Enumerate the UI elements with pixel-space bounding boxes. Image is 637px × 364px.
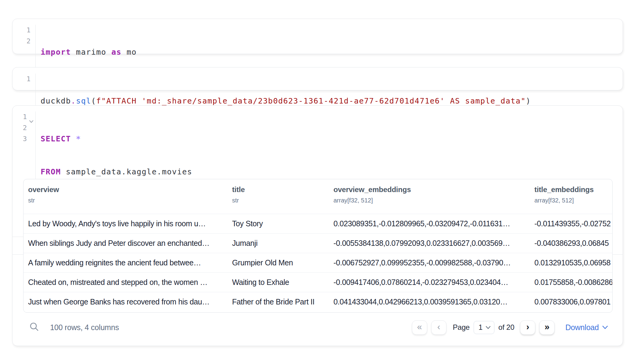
cell-overview-embeddings: -0.0055384138,0.07992093,0.023316627,0.0… <box>329 239 530 248</box>
code-text: marimo <box>71 48 111 56</box>
cell-title-embeddings: 0.007833006,0.097801 <box>530 297 612 306</box>
code-text: sample_data.kaggle.movies <box>61 167 192 176</box>
column-type: array[f32, 512] <box>333 197 530 204</box>
next-page-button[interactable]: › <box>520 320 535 335</box>
column-name: overview <box>28 185 228 194</box>
page-total-label: of 20 <box>498 323 514 332</box>
sql-keyword: FROM <box>41 167 61 176</box>
cell-overview: Led by Woody, Andy's toys live happily i… <box>24 219 228 228</box>
column-name: overview_embeddings <box>333 185 530 194</box>
download-label: Download <box>565 323 599 332</box>
python-keyword: import <box>41 48 71 56</box>
table-header-row: overview str title str overview_embeddin… <box>24 179 612 214</box>
table-row: A family wedding reignites the ancient f… <box>24 253 612 272</box>
column-header-title[interactable]: title str <box>228 179 329 204</box>
cell-title: Grumpier Old Men <box>228 258 329 267</box>
code-paren: ) <box>526 96 531 105</box>
code-line: SELECT * <box>41 133 192 144</box>
cell-overview-embeddings: -0.006752927,0.099952355,-0.009982588,-0… <box>329 258 530 267</box>
cell-title: Jumanji <box>228 239 329 248</box>
column-header-overview[interactable]: overview str <box>24 179 228 204</box>
last-page-button[interactable]: » <box>539 320 555 335</box>
table-row: Just when George Banks has recovered fro… <box>24 292 612 311</box>
cell-overview-embeddings: 0.023089351,-0.012809965,-0.03209472,-0.… <box>329 219 530 228</box>
code-line: FROM sample_data.kaggle.movies <box>41 166 192 177</box>
sql-keyword: SELECT <box>41 134 71 143</box>
prev-page-button[interactable]: ‹ <box>431 320 446 335</box>
cell-title-embeddings: -0.040386293,0.06845 <box>530 239 612 248</box>
column-type: str <box>232 197 329 204</box>
code-text: duckdb <box>41 96 71 105</box>
page-label: Page <box>453 323 470 332</box>
column-type: array[f32, 512] <box>534 197 612 204</box>
column-header-overview-embeddings[interactable]: overview_embeddings array[f32, 512] <box>329 179 530 204</box>
code-dot: . <box>71 96 76 105</box>
code-string: f"ATTACH 'md:_share/sample_data/23b0d623… <box>96 96 526 105</box>
table-row: Cheated on, mistreated and stepped on, t… <box>24 272 612 292</box>
table-row: When siblings Judy and Peter discover an… <box>24 233 612 253</box>
table-row: Led by Woody, Andy's toys live happily i… <box>24 214 612 233</box>
line-number: 3 <box>13 133 27 144</box>
line-number: 1 <box>13 74 31 85</box>
cell-title-embeddings: -0.011439355,-0.02752 <box>530 219 612 228</box>
cell-overview: A family wedding reignites the ancient f… <box>24 258 228 267</box>
cell-overview-embeddings: -0.009417406,0.07860214,-0.023279453,0.0… <box>329 278 530 287</box>
cell-title: Waiting to Exhale <box>228 278 329 287</box>
code-cell-imports[interactable]: 1 2 import marimo as mo import duckdb <box>12 19 623 54</box>
row-count-summary: 100 rows, 4 columns <box>50 323 119 332</box>
code-text: mo <box>122 48 137 56</box>
code-line: import marimo as mo <box>41 47 137 58</box>
line-number: 2 <box>13 36 31 47</box>
download-menu[interactable]: Download <box>565 323 608 332</box>
cell-overview: Cheated on, mistreated and stepped on, t… <box>24 278 228 287</box>
line-number: 1 <box>13 25 31 36</box>
table-footer: 100 rows, 4 columns « ‹ Page 1 of 20 › »… <box>23 319 613 336</box>
cell-title-embeddings: 0.0132910535,0.06958 <box>530 258 612 267</box>
cell-title-embeddings: 0.01755858,-0.0086286 <box>530 278 612 287</box>
column-name: title_embeddings <box>534 185 612 194</box>
code-paren: ( <box>91 96 96 105</box>
dataframe-table: overview str title str overview_embeddin… <box>23 179 613 313</box>
code-method: sql <box>76 96 91 105</box>
column-header-title-embeddings[interactable]: title_embeddings array[f32, 512] <box>530 179 612 204</box>
page-select-value: 1 <box>479 323 482 332</box>
cell-overview: Just when George Banks has recovered fro… <box>24 297 228 306</box>
first-page-button[interactable]: « <box>412 320 427 335</box>
cell-overview-embeddings: 0.041433044,0.042966213,0.0039591365,0.0… <box>329 297 530 306</box>
python-keyword: as <box>111 48 122 56</box>
cell-title: Father of the Bride Part II <box>228 297 329 306</box>
sql-star-operator: * <box>71 134 81 143</box>
line-number: 2 <box>13 122 27 133</box>
pagination: « ‹ Page 1 of 20 › » Download <box>412 320 608 335</box>
chevron-down-icon <box>602 326 608 329</box>
column-type: str <box>28 197 228 204</box>
code-line: duckdb.sql(f"ATTACH 'md:_share/sample_da… <box>41 96 531 107</box>
sql-cell[interactable]: 1 2 3 SELECT * FROM sample_data.kaggle.m… <box>12 105 623 346</box>
chevron-down-icon <box>486 326 491 329</box>
code-cell-attach[interactable]: 1 duckdb.sql(f"ATTACH 'md:_share/sample_… <box>12 67 623 90</box>
cell-overview: When siblings Judy and Peter discover an… <box>24 239 228 248</box>
search-icon[interactable] <box>29 322 39 333</box>
column-name: title <box>232 185 329 194</box>
fold-chevron-icon[interactable] <box>29 115 34 126</box>
cell-title: Toy Story <box>228 219 329 228</box>
line-number: 1 <box>13 111 27 122</box>
page-select[interactable]: 1 <box>474 321 494 334</box>
